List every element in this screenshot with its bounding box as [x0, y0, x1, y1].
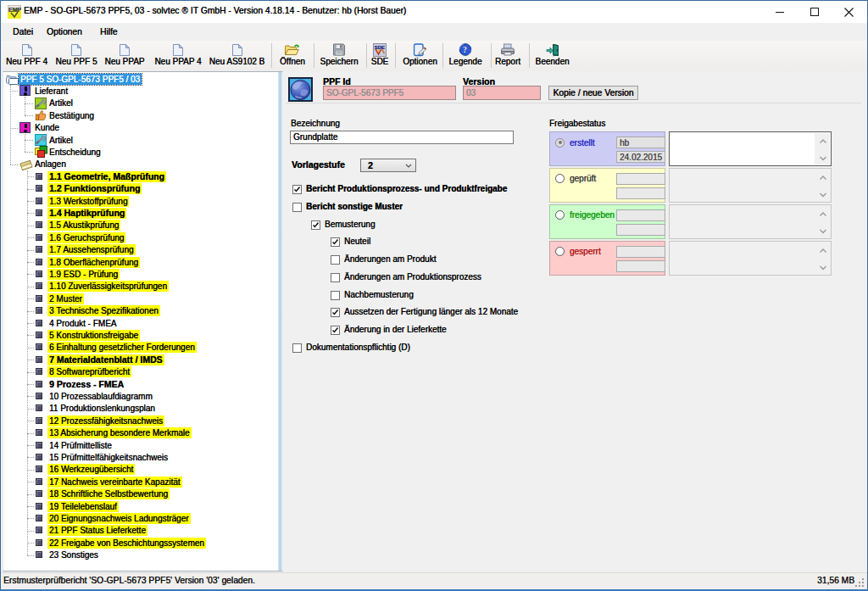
svg-text:EMP: EMP: [8, 7, 21, 13]
svg-text:?: ?: [463, 45, 467, 54]
